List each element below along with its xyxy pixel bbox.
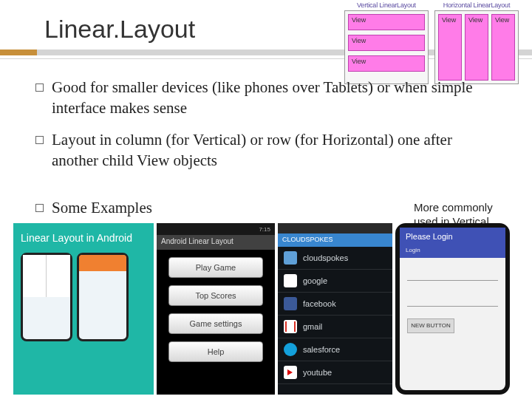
bullet-item: Good for smaller devices (like phones ov… [35,77,497,119]
example-2: 7:15 Android Linear Layout Play Game Top… [157,223,275,395]
list-item: gmail [278,316,392,338]
example-4-appbar: Please Login [400,228,505,247]
list-item: youtube [278,361,392,384]
example-3: CLOUDSPOKES cloudspokes google facebook … [278,223,392,395]
vertical-diagram-label: Vertical LinearLayout [344,1,429,9]
bullet-list: Some Examples [35,197,497,218]
example-1: Linear Layout in Android [13,223,154,395]
example-4-subtitle: Login [400,247,505,258]
list-item: salesforce [278,338,392,361]
youtube-icon [284,366,297,379]
example-2-button: Game settings [168,313,263,334]
status-time: 7:15 [259,226,270,233]
example-1-phone-a [21,253,72,341]
bullet-item: Some Examples [35,197,497,218]
example-4-field [407,293,498,307]
list-item: facebook [278,293,392,316]
example-2-titlebar: Android Linear Layout [157,235,275,250]
examples-row: Linear Layout in Android 7:15 Android Li… [13,223,525,395]
example-4-field [407,267,498,281]
list-item-label: facebook [303,299,336,308]
example-3-header: CLOUDSPOKES [278,233,392,247]
salesforce-icon [284,343,297,356]
bullet-list: Good for smaller devices (like phones ov… [35,77,497,171]
list-item-label: youtube [303,368,332,377]
example-4-button: NEW BUTTON [407,318,454,333]
facebook-icon [284,297,297,310]
list-item-label: cloudspokes [303,253,348,262]
example-2-button: Play Game [168,257,263,278]
cloudspokes-icon [284,251,297,265]
example-3-statusbar [278,223,392,233]
diagram-view-block: View [348,14,425,30]
list-item: google [278,270,392,293]
diagram-view-block: View [348,35,425,51]
google-icon [284,274,297,287]
example-2-button: Top Scores [168,285,263,306]
list-item: cloudspokes [278,247,392,270]
example-1-phone-b [77,253,129,341]
gmail-icon [284,320,297,333]
example-3-list: cloudspokes google facebook gmail salesf… [278,247,392,395]
bullet-item: Layout in column (for Vertical) or row (… [35,129,497,171]
list-item-label: google [303,276,327,285]
example-2-statusbar: 7:15 [157,223,275,235]
list-item-label: salesforce [303,345,340,354]
list-item-label: gmail [303,322,322,331]
example-4: Please Login Login NEW BUTTON [395,223,510,395]
example-1-banner: Linear Layout in Android [13,223,154,253]
example-2-button: Help [168,341,263,362]
horizontal-diagram-label: Horizontal LinearLayout [434,1,519,9]
